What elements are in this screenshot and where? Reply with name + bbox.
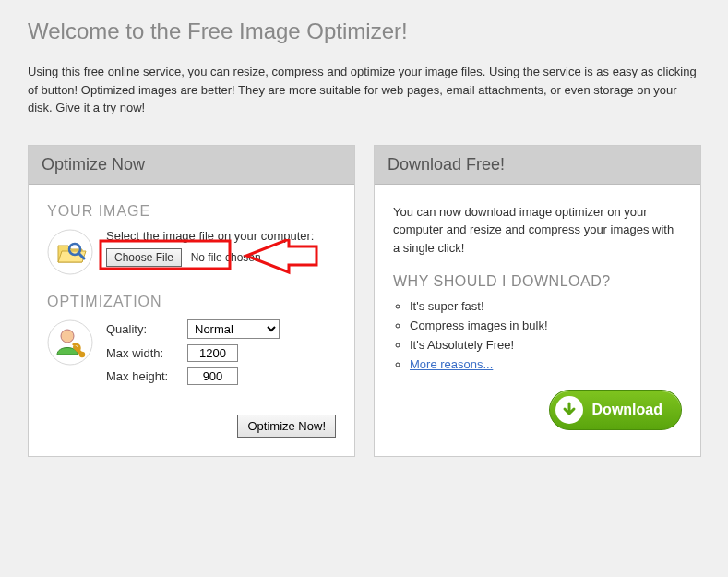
user-tool-icon — [47, 319, 93, 366]
select-prompt: Select the image file on your computer: — [106, 229, 336, 243]
download-panel-header: Download Free! — [375, 146, 700, 185]
file-status-text: No file chosen — [191, 251, 261, 264]
optimize-panel-header: Optimize Now — [29, 146, 354, 185]
folder-search-icon — [47, 229, 93, 275]
list-item: More reasons... — [410, 357, 682, 371]
why-download-heading: WHY SHOULD I DOWNLOAD? — [393, 273, 682, 290]
more-reasons-link[interactable]: More reasons... — [410, 357, 493, 371]
quality-select[interactable]: Normal — [187, 319, 280, 339]
list-item: It's super fast! — [410, 299, 682, 313]
choose-file-button[interactable]: Choose File — [106, 248, 182, 267]
max-height-input[interactable] — [187, 367, 238, 385]
optimization-heading: OPTIMIZATION — [47, 294, 336, 310]
max-height-label: Max height: — [106, 369, 180, 383]
list-item: It's Absolutely Free! — [410, 338, 682, 352]
download-button[interactable]: Download — [549, 390, 682, 430]
quality-label: Quality: — [106, 322, 180, 336]
page-title: Welcome to the Free Image Optimizer! — [28, 18, 700, 44]
max-width-input[interactable] — [187, 344, 238, 362]
max-width-label: Max width: — [106, 346, 180, 360]
optimize-now-button[interactable]: Optimize Now! — [237, 415, 336, 438]
list-item: Compress images in bulk! — [410, 319, 682, 332]
download-panel: Download Free! You can now download imag… — [374, 145, 701, 457]
download-arrow-icon — [555, 396, 583, 424]
svg-point-5 — [48, 320, 92, 365]
svg-point-6 — [61, 330, 74, 343]
download-button-label: Download — [592, 402, 662, 418]
svg-point-7 — [79, 351, 85, 356]
your-image-heading: YOUR IMAGE — [47, 203, 336, 220]
download-desc: You can now download image optimizer on … — [393, 203, 682, 258]
optimize-panel: Optimize Now YOUR IMAGE Sele — [28, 145, 355, 457]
intro-text: Using this free online service, you can … — [28, 63, 700, 117]
